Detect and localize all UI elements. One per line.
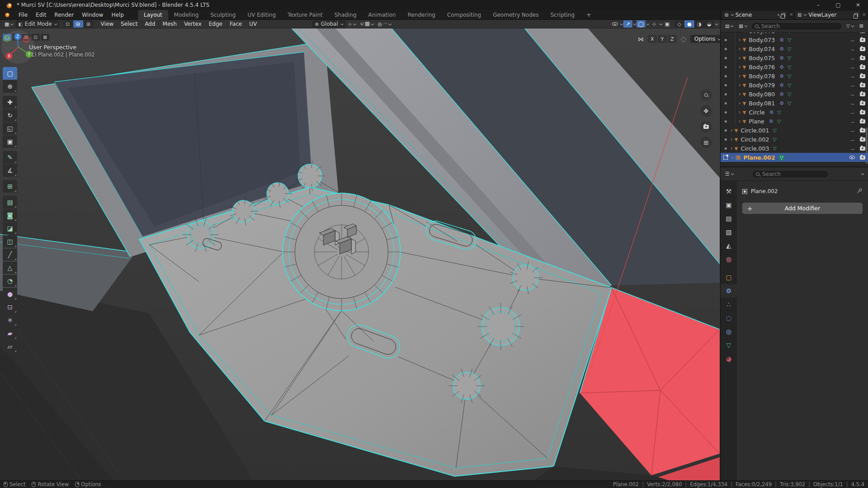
properties-tab-material[interactable]: ◕ <box>721 352 737 365</box>
mirror-y-button[interactable]: Y <box>658 35 667 43</box>
render-visibility-icon[interactable] <box>860 128 865 133</box>
shading-solid-button[interactable]: ● <box>684 20 694 28</box>
pin-icon[interactable] <box>778 14 779 16</box>
tool-spin[interactable]: ◔ <box>3 275 17 287</box>
viewport-3d[interactable]: ▢⊞⊟⊡⊠ User Perspective (1) Plane.002 | P… <box>0 28 720 480</box>
render-visibility-icon[interactable] <box>860 83 865 87</box>
eye-closed-icon[interactable] <box>850 84 855 86</box>
outliner-item-body.078[interactable]: ›▼Body.078⚙▽ <box>721 71 868 81</box>
viewport-menu-uv[interactable]: UV <box>246 20 261 28</box>
eye-closed-icon[interactable] <box>850 129 855 132</box>
menu-render[interactable]: Render <box>50 11 78 19</box>
editor-type-button[interactable]: ▦ <box>3 21 14 28</box>
render-visibility-icon[interactable] <box>860 147 865 151</box>
pin-icon[interactable] <box>856 188 863 195</box>
select-mode-vertex[interactable]: ⊡ <box>63 20 73 28</box>
viewport-menu-view[interactable]: View <box>97 20 117 28</box>
properties-tab-view-layer[interactable]: ▧ <box>721 225 737 239</box>
render-visibility-icon[interactable] <box>860 119 865 123</box>
outliner-filter-button[interactable]: ▽ <box>844 23 855 29</box>
toggle-ortho-icon[interactable]: ⊞ <box>700 137 712 148</box>
workspace-tab-texture-paint[interactable]: Texture Paint <box>282 10 328 20</box>
properties-tab-output[interactable]: ▤ <box>721 212 737 225</box>
eye-closed-icon[interactable] <box>850 111 855 114</box>
pan-hand-icon[interactable]: ✥ <box>700 105 712 117</box>
render-visibility-icon[interactable] <box>860 156 865 160</box>
snap-toggle-button[interactable]: ∩ <box>358 21 375 28</box>
mirror-x-button[interactable]: X <box>648 35 657 43</box>
properties-tab-constraints[interactable]: ◎ <box>721 325 737 338</box>
shading-material-preview-button[interactable]: ◑ <box>694 20 704 28</box>
workspace-tab-geometry-nodes[interactable]: Geometry Nodes <box>487 10 545 20</box>
visibility-toggles-button[interactable] <box>610 20 619 28</box>
select-mode-edge[interactable]: ⊟ <box>73 20 83 28</box>
tool-measure[interactable]: ∡ <box>3 164 17 177</box>
expand-chevron-icon[interactable]: › <box>739 46 741 52</box>
close-button[interactable]: ✕ <box>848 0 868 10</box>
viewport-menu-select[interactable]: Select <box>117 20 141 28</box>
properties-tab-modifiers[interactable]: ⚙ <box>721 284 737 298</box>
render-visibility-icon[interactable] <box>860 74 865 78</box>
workspace-tab-rendering[interactable]: Rendering <box>402 10 441 20</box>
expand-chevron-icon[interactable]: › <box>730 145 733 152</box>
outliner-item-plane[interactable]: ›▼Plane⚙▽ <box>721 117 868 126</box>
eye-closed-icon[interactable] <box>850 102 855 104</box>
tool-edge-slide[interactable]: ⊡ <box>3 301 17 313</box>
xray-toggle-button[interactable]: ▣ <box>663 20 672 28</box>
tool-tweak-select-box[interactable]: ▢ <box>3 67 17 80</box>
copy-icon[interactable] <box>782 13 785 17</box>
close-icon[interactable]: ✕ <box>789 12 793 18</box>
tool-smooth[interactable]: ● <box>3 288 17 300</box>
render-visibility-icon[interactable] <box>860 65 865 69</box>
render-visibility-icon[interactable] <box>860 47 865 51</box>
properties-tab-object-data[interactable]: ▽ <box>721 338 737 352</box>
tool-shear[interactable]: ▰ <box>3 327 17 340</box>
outliner-item-body.076[interactable]: ›▼Body.076⚙▽ <box>721 62 868 71</box>
outliner-item-body.074[interactable]: ›▼Body.074⚙▽ <box>721 44 868 53</box>
options-dropdown[interactable]: Options <box>690 35 724 43</box>
outliner-item-circle.002[interactable]: ›▼Circle.002▽ <box>721 135 868 144</box>
minimize-button[interactable]: – <box>808 0 828 10</box>
outliner-item-body.075[interactable]: ›▼Body.075⚙▽ <box>721 53 868 62</box>
snap-dotted-circle-icon[interactable]: ◌ <box>678 36 688 43</box>
tool-transform[interactable]: ▣ <box>3 135 17 148</box>
select-mode-face[interactable]: ⊞ <box>84 20 94 28</box>
add-workspace-button[interactable]: + <box>580 10 597 20</box>
tool-rotate[interactable]: ↻ <box>3 109 17 122</box>
scene-selector[interactable]: ◍ Scene <box>722 11 787 19</box>
tool-scale[interactable]: ◱ <box>3 122 17 135</box>
outliner-item-plane.002[interactable]: ›▼Plane.002▽ <box>721 153 868 162</box>
new-collection-button[interactable]: ⊞ <box>858 23 865 29</box>
workspace-tab-animation[interactable]: Animation <box>362 10 402 20</box>
mode-dropdown[interactable]: ◧ Edit Mode <box>15 20 59 28</box>
properties-tab-object[interactable]: ▢ <box>721 270 737 284</box>
eye-closed-icon[interactable] <box>850 48 855 50</box>
viewport-menu-face[interactable]: Face <box>226 20 246 28</box>
expand-chevron-icon[interactable]: › <box>730 127 733 133</box>
tool-poly-build[interactable]: △ <box>3 261 17 274</box>
outliner-item-circle.001[interactable]: ›▼Circle.001▽ <box>721 126 868 135</box>
expand-chevron-icon[interactable]: › <box>739 82 741 88</box>
navigation-gizmo[interactable]: Z Y X <box>0 28 36 65</box>
menu-help[interactable]: Help <box>107 11 128 19</box>
eye-closed-icon[interactable] <box>850 75 855 77</box>
outliner-item-body.079[interactable]: ›▼Body.079⚙▽ <box>721 81 868 90</box>
expand-chevron-icon[interactable]: › <box>739 100 741 106</box>
expand-chevron-icon[interactable]: › <box>739 55 741 61</box>
properties-search-input[interactable] <box>762 171 825 177</box>
render-visibility-icon[interactable] <box>860 110 865 114</box>
render-visibility-icon[interactable] <box>860 92 865 96</box>
properties-tab-scene[interactable]: ◭ <box>721 239 737 252</box>
workspace-tab-compositing[interactable]: Compositing <box>441 10 487 20</box>
render-visibility-icon[interactable] <box>860 33 865 33</box>
proportional-edit-button[interactable]: ◎ ◠ <box>376 21 393 28</box>
eye-closed-icon[interactable] <box>850 57 855 59</box>
workspace-tab-layout[interactable]: Layout <box>138 10 168 20</box>
eye-closed-icon[interactable] <box>850 39 855 41</box>
zoom-icon[interactable] <box>700 89 712 101</box>
tool-annotate[interactable]: ✎ <box>3 151 17 164</box>
properties-search[interactable] <box>752 170 829 178</box>
mesh-edit-overlay-button[interactable]: ⊹ <box>650 20 659 28</box>
workspace-tab-uv-editing[interactable]: UV Editing <box>242 10 282 20</box>
properties-tab-world[interactable]: ◍ <box>721 252 737 266</box>
